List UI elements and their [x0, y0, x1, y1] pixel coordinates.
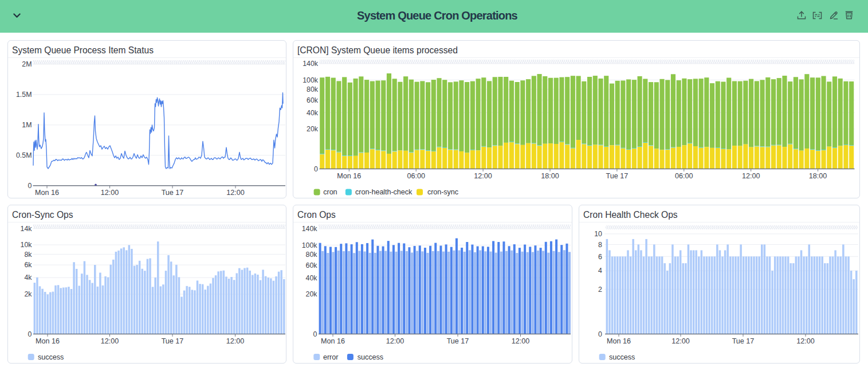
svg-text:20k: 20k — [306, 290, 318, 298]
svg-text:140k: 140k — [302, 225, 318, 233]
svg-text:Tue 17: Tue 17 — [162, 337, 184, 345]
svg-text:Mon 16: Mon 16 — [607, 337, 631, 345]
svg-text:error: error — [323, 353, 339, 361]
svg-text:0.5M: 0.5M — [16, 151, 32, 159]
svg-text:12:00: 12:00 — [226, 337, 245, 345]
svg-text:12:00: 12:00 — [101, 337, 119, 345]
svg-text:0: 0 — [28, 330, 32, 338]
svg-text:06:00: 06:00 — [675, 172, 693, 180]
svg-text:success: success — [358, 353, 383, 361]
svg-text:40k: 40k — [307, 109, 319, 117]
svg-text:2M: 2M — [22, 60, 32, 68]
svg-text:1.5M: 1.5M — [16, 91, 32, 99]
svg-text:0: 0 — [313, 330, 317, 338]
svg-text:12:00: 12:00 — [671, 337, 690, 345]
svg-text:8: 8 — [598, 241, 602, 249]
svg-text:cron: cron — [323, 188, 337, 196]
svg-text:2: 2 — [598, 286, 602, 294]
svg-text:20k: 20k — [307, 125, 319, 133]
svg-text:12:00: 12:00 — [512, 337, 530, 345]
svg-text:80k: 80k — [306, 251, 318, 259]
svg-text:Mon 16: Mon 16 — [337, 172, 361, 180]
svg-text:12:00: 12:00 — [796, 337, 815, 345]
svg-text:Tue 17: Tue 17 — [732, 337, 755, 345]
svg-text:0: 0 — [598, 330, 602, 338]
svg-text:40k: 40k — [306, 274, 318, 282]
svg-text:8k: 8k — [24, 251, 32, 259]
svg-text:Tue 17: Tue 17 — [606, 172, 629, 180]
svg-text:12:00: 12:00 — [474, 172, 492, 180]
svg-text:6k: 6k — [24, 261, 32, 269]
svg-text:10k: 10k — [21, 241, 33, 249]
svg-text:12:00: 12:00 — [742, 172, 760, 180]
svg-text:12:00: 12:00 — [386, 337, 404, 345]
svg-text:140k: 140k — [303, 60, 319, 68]
svg-text:12:00: 12:00 — [101, 189, 119, 197]
svg-text:Mon 16: Mon 16 — [35, 189, 59, 197]
svg-text:0: 0 — [28, 182, 32, 190]
svg-text:100k: 100k — [302, 241, 318, 249]
svg-text:cron-sync: cron-sync — [427, 188, 459, 196]
svg-text:14k: 14k — [21, 225, 33, 233]
svg-text:6: 6 — [598, 253, 602, 261]
svg-text:2k: 2k — [24, 290, 32, 298]
svg-text:18:00: 18:00 — [541, 172, 559, 180]
svg-text:Mon 16: Mon 16 — [36, 337, 60, 345]
svg-text:Mon 16: Mon 16 — [321, 337, 345, 345]
svg-text:100k: 100k — [303, 76, 319, 84]
svg-text:60k: 60k — [306, 261, 318, 270]
svg-text:12:00: 12:00 — [226, 189, 245, 197]
svg-text:06:00: 06:00 — [407, 172, 425, 180]
svg-text:10: 10 — [594, 230, 602, 238]
svg-text:4: 4 — [598, 267, 602, 275]
svg-text:18:00: 18:00 — [809, 172, 827, 180]
svg-text:60k: 60k — [307, 96, 319, 104]
svg-text:Tue 17: Tue 17 — [447, 337, 469, 345]
svg-text:success: success — [38, 353, 64, 361]
svg-text:Tue 17: Tue 17 — [162, 189, 184, 197]
svg-text:success: success — [609, 353, 635, 361]
svg-text:4k: 4k — [24, 274, 32, 282]
svg-text:80k: 80k — [307, 85, 319, 93]
svg-text:0: 0 — [314, 165, 318, 173]
svg-text:cron-health-check: cron-health-check — [355, 188, 413, 196]
svg-text:1M: 1M — [22, 121, 32, 129]
